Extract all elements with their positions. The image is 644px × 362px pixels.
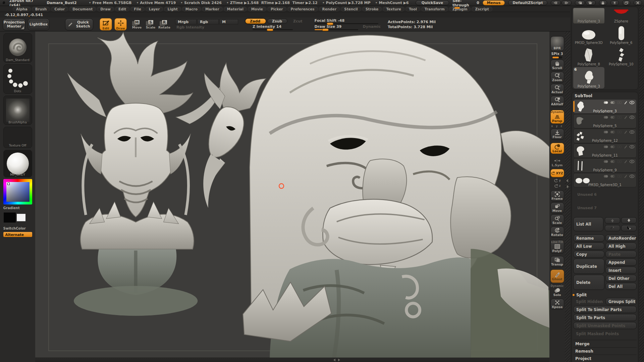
brush-edit-icon[interactable] <box>624 160 628 164</box>
polypaint-toggle-icon[interactable] <box>603 101 608 105</box>
m-button[interactable]: M <box>219 19 238 24</box>
subtool-row-polysphere12[interactable]: PolySphere_12 <box>573 129 637 143</box>
tool-thumb-zsphere[interactable]: ZSphere <box>606 8 637 23</box>
rotate-mode-button[interactable]: R Rotate <box>159 20 170 29</box>
split-unmasked-points-button[interactable]: Split Unmasked Points <box>573 322 637 329</box>
duplicate-button[interactable]: Duplicate <box>573 259 604 274</box>
visibility-eye-icon[interactable] <box>629 160 635 164</box>
focal-shift-knob[interactable] <box>327 22 333 25</box>
xpose-button[interactable]: Xpose <box>550 299 564 310</box>
subtool-row-unused6[interactable]: Unused 6 <box>573 188 637 201</box>
displacement-toggle-icon[interactable] <box>617 130 622 134</box>
projection-master-button[interactable]: Projection Master <box>3 18 25 31</box>
menu-stencil[interactable]: Stencil <box>341 7 361 11</box>
visibility-eye-icon[interactable] <box>629 101 635 105</box>
menu-edit[interactable]: Edit <box>115 7 129 11</box>
divider-collapse-icon[interactable] <box>566 179 568 182</box>
frame-mesh-button[interactable]: Frame <box>550 190 564 201</box>
perspective-button[interactable]: Dynamic Persp <box>550 110 564 124</box>
brush-edit-icon[interactable] <box>624 145 628 149</box>
copy-button[interactable]: Copy <box>573 251 604 258</box>
brush-edit-icon[interactable] <box>624 130 628 134</box>
subtool-row-polysphere5[interactable]: PolySphere_5 <box>573 114 637 128</box>
lsym-button[interactable]: L.Sym <box>550 157 564 168</box>
brush-edit-icon[interactable] <box>624 101 628 105</box>
edit-mode-button[interactable]: Edit <box>100 18 112 31</box>
tool-thumb-pm3d-sphere[interactable]: PM3D_Sphere3D <box>573 24 604 45</box>
xyz-rotation-button[interactable]: XYZ <box>550 169 564 177</box>
split-section-header[interactable]: Split <box>573 293 637 297</box>
tool-thumb-polysphere3-top[interactable]: PolySphere_3 <box>573 8 604 23</box>
move-3d-button[interactable]: Move <box>550 202 564 214</box>
saturation-square[interactable] <box>6 182 30 202</box>
split-to-similar-parts-button[interactable]: Split To Similar Parts <box>573 306 637 313</box>
mrgb-button[interactable]: Mrgb <box>175 19 197 24</box>
panel-divider[interactable] <box>565 32 570 362</box>
gradient-label[interactable]: Gradient <box>3 206 32 210</box>
draw-size-knob[interactable] <box>322 28 329 31</box>
menu-zplugin[interactable]: Zplugin <box>449 7 471 11</box>
paste-button[interactable]: Paste <box>605 251 637 258</box>
quicksave-button[interactable]: QuickSave <box>416 0 449 5</box>
list-all-button[interactable]: List All <box>573 217 603 231</box>
menu-macro[interactable]: Macro <box>182 7 201 11</box>
rgb-button[interactable]: Rgb <box>197 19 219 24</box>
z-intensity-slider[interactable] <box>253 29 293 30</box>
visibility-eye-icon[interactable] <box>629 174 635 178</box>
focal-shift-slider[interactable] <box>315 23 378 24</box>
delete-button[interactable]: Delete <box>573 275 604 290</box>
texture-tile[interactable]: Texture Off <box>3 127 32 148</box>
append-button[interactable]: Append <box>605 259 637 266</box>
floor-axes-toggle[interactable]: x y z <box>551 125 563 128</box>
uv-toggle-icon[interactable] <box>610 115 615 119</box>
restore-button[interactable] <box>622 0 631 5</box>
sculpt-canvas[interactable] <box>35 32 549 362</box>
subtool-row-pm3d-sphere3d1[interactable]: PM3D_Sphere3D_1 <box>573 173 637 187</box>
tool-thumb-polysphere6[interactable]: PolySphere_6 <box>606 24 637 45</box>
ghost-transparency-button[interactable]: Ghost <box>550 269 564 283</box>
switch-color-label[interactable]: SwitchColor <box>3 227 32 230</box>
autoreorder-button[interactable]: AutoReorder <box>605 235 637 242</box>
solo-button[interactable]: Dynamic Solo <box>550 284 564 298</box>
uv-toggle-icon[interactable] <box>610 174 615 178</box>
remesh-section-header[interactable]: Remesh <box>573 347 637 355</box>
color-selector-handle[interactable] <box>7 183 10 185</box>
polyframe-button[interactable]: Line Fill PolyF <box>550 240 564 254</box>
move-mode-button[interactable]: M Move <box>131 20 143 29</box>
menu-draw[interactable]: Draw <box>97 7 114 11</box>
menu-render[interactable]: Render <box>319 7 340 11</box>
horizontal-scrollbar[interactable] <box>35 358 549 362</box>
split-hidden-button[interactable]: Split Hidden <box>573 298 604 305</box>
close-button[interactable] <box>634 0 642 5</box>
uv-toggle-icon[interactable] <box>610 160 615 164</box>
see-through-slider[interactable]: See-through 0 <box>452 0 479 7</box>
subtool-header[interactable]: SubTool <box>573 93 637 99</box>
stroke-tile[interactable]: Dots <box>3 64 32 94</box>
dynamic-draw-size-toggle[interactable]: Dynamic <box>362 24 381 29</box>
split-to-parts-button[interactable]: Split To Parts <box>573 314 637 321</box>
tool-thumb-polysphere8[interactable]: PolySphere_8 <box>573 46 604 66</box>
local-pivot-button[interactable]: Local <box>550 143 564 154</box>
subtool-row-polysphere11[interactable]: PolySphere_11 <box>573 143 637 158</box>
project-section-header[interactable]: Project <box>573 355 637 362</box>
zadd-button[interactable]: Zadd <box>245 18 266 24</box>
duplicate-down-button[interactable] <box>621 225 637 231</box>
move-subtool-up-button[interactable] <box>605 217 620 224</box>
displacement-toggle-icon[interactable] <box>617 160 622 164</box>
dock-left-button[interactable] <box>575 0 585 5</box>
color-picker[interactable] <box>3 179 32 204</box>
split-masked-points-button[interactable]: Split Masked Points <box>573 330 637 337</box>
menu-preferences[interactable]: Preferences <box>287 7 318 11</box>
zsub-button[interactable]: Zsub <box>267 18 287 24</box>
del-other-button[interactable]: Del Other <box>605 275 637 282</box>
del-all-button[interactable]: Del All <box>605 283 637 290</box>
hide-right-tray-button[interactable] <box>561 0 572 5</box>
tool-thumb-polysphere10[interactable]: PolySphere_10 <box>606 46 637 66</box>
actual-size-button[interactable]: Actual <box>550 84 564 95</box>
menu-texture[interactable]: Texture <box>383 7 404 11</box>
menu-stroke[interactable]: Stroke <box>362 7 382 11</box>
quick-sketch-button[interactable]: Quick Sketch <box>65 18 93 31</box>
menu-transform[interactable]: Transform <box>421 7 448 11</box>
lightbox-button[interactable]: LightBox <box>28 18 49 31</box>
current-brush-tile[interactable]: Dam_Standard <box>3 33 32 63</box>
